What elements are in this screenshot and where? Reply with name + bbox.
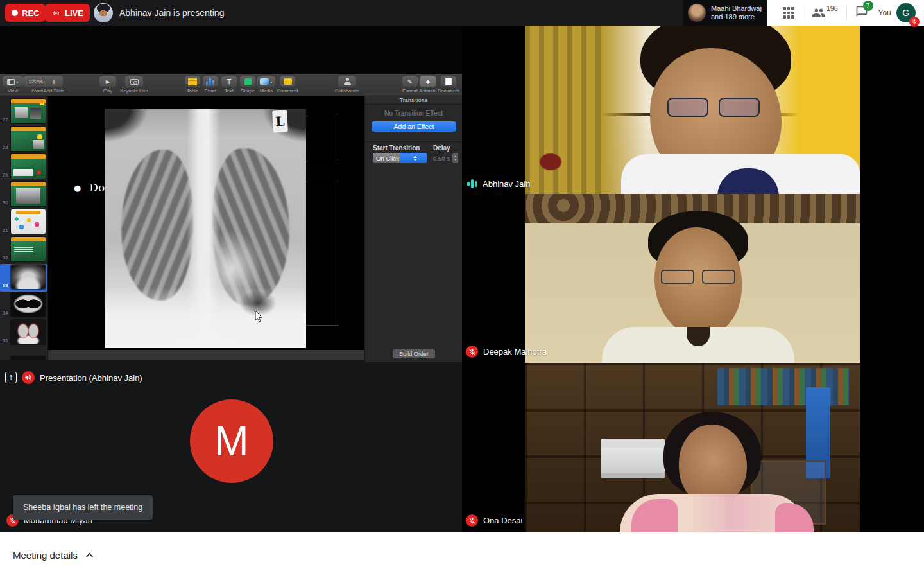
pinned-participants-text: Maahi Bhardwaj and 189 more xyxy=(711,4,762,21)
chest-xray-image: L xyxy=(105,109,306,348)
delay-stepper[interactable] xyxy=(452,153,458,163)
equalizer-icon xyxy=(467,179,477,189)
cursor-icon xyxy=(255,310,263,322)
participant-video xyxy=(661,270,694,284)
slide-canvas[interactable]: ● Dou L xyxy=(48,96,364,362)
chart-button[interactable]: Chart xyxy=(201,76,219,94)
build-order-button[interactable]: Build Order xyxy=(393,349,435,358)
participant-video xyxy=(702,270,735,284)
select-stepper-icon xyxy=(400,153,427,163)
self-initial: G xyxy=(902,8,909,18)
add-effect-button[interactable]: Add an Effect xyxy=(372,121,456,132)
mic-muted-chip xyxy=(466,514,478,527)
meet-app: REC LIVE Abhinav Jain is presenting Maah… xyxy=(0,0,924,578)
name-label-deepak: Deepak Malhotra xyxy=(466,346,547,358)
slide-thumbnail-row[interactable]: 32 xyxy=(0,236,47,264)
mic-muted-chip xyxy=(466,346,478,358)
slide-thumbnail-row[interactable]: 31 xyxy=(0,209,47,236)
collaborate-button[interactable]: Collaborate xyxy=(332,76,362,94)
slide-thumbnail[interactable] xyxy=(11,292,46,317)
bottom-bar: Meeting details CC Turn on captions ↑ Ab… xyxy=(0,532,924,578)
shape-button[interactable]: Shape xyxy=(238,76,257,94)
chevron-up-icon xyxy=(85,552,94,558)
rec-label: REC xyxy=(22,8,39,18)
video-tile-deepak[interactable] xyxy=(525,194,860,363)
self-muted-badge xyxy=(909,17,920,27)
slide-thumbnail-row[interactable]: 30 xyxy=(0,181,47,209)
volume-off-icon xyxy=(24,374,32,381)
top-bar: REC LIVE Abhinav Jain is presenting Maah… xyxy=(0,0,924,26)
presentation-tile[interactable]: ▾ View 122%▾ Zoom + Add Slide ▶ Play Key… xyxy=(0,26,462,360)
chat-badge: 7 xyxy=(863,1,873,11)
participant-video xyxy=(667,98,708,117)
add-slide-button[interactable]: + Add Slide xyxy=(40,76,68,94)
format-icon: ✎ xyxy=(407,78,413,85)
shape-icon xyxy=(244,78,252,85)
slide-thumbnail[interactable] xyxy=(11,237,46,261)
start-transition-select[interactable]: On Click xyxy=(373,153,427,163)
name-label-ona: Ona Desai xyxy=(466,514,522,527)
text-button[interactable]: T Text xyxy=(220,76,238,94)
animate-button[interactable]: ◆ Animate xyxy=(418,76,438,94)
keynote-live-button[interactable]: Keynote Live xyxy=(119,76,149,94)
slide-thumbnail[interactable] xyxy=(11,182,46,206)
slide-thumbnail-row[interactable]: 28 xyxy=(0,126,47,153)
presenting-banner: Abhinav Jain is presenting xyxy=(119,8,224,18)
record-dot-icon xyxy=(12,10,18,16)
present-arrow-icon: ↑ xyxy=(5,372,17,383)
divider xyxy=(803,6,803,20)
play-button[interactable]: ▶ Play xyxy=(96,76,119,94)
slide-thumbnail-row[interactable]: 27 xyxy=(0,98,47,126)
participants-icon xyxy=(812,6,826,20)
mic-muted-icon xyxy=(911,19,918,25)
toast-notification: Sheeba Iqbal has left the meeting xyxy=(13,495,153,520)
slide-thumbnail[interactable] xyxy=(11,265,46,289)
comment-button[interactable]: Comment xyxy=(276,76,299,94)
chat-button[interactable]: 7 xyxy=(855,5,868,21)
document-button[interactable]: Document xyxy=(437,76,460,94)
slide-thumbnail-row[interactable]: 29 xyxy=(0,153,47,181)
name-label-abhinav: Abhinav Jain xyxy=(467,179,530,189)
view-button[interactable]: ▾ View xyxy=(3,76,23,94)
play-icon: ▶ xyxy=(106,79,110,85)
slide-thumbnail-row[interactable]: 35 xyxy=(0,319,47,347)
mic-muted-icon xyxy=(468,348,476,356)
no-transition-text: No Transition Effect xyxy=(365,109,462,117)
document-icon xyxy=(445,78,452,85)
table-button[interactable]: Table xyxy=(184,76,201,94)
media-button[interactable]: ▾ Media xyxy=(257,76,276,94)
video-tile-ona[interactable] xyxy=(525,363,860,532)
transitions-title: Transitions xyxy=(365,96,462,105)
participant-video xyxy=(601,439,665,478)
delay-value: 0.50 s xyxy=(433,155,450,162)
recording-badge: REC xyxy=(5,4,46,22)
slide-thumbnail[interactable] xyxy=(11,320,46,344)
grid-view-icon[interactable] xyxy=(783,7,794,19)
slide-thumbnail-row[interactable]: 34 xyxy=(0,292,47,319)
view-icon xyxy=(7,79,15,85)
start-transition-label: Start Transition xyxy=(373,144,420,152)
meeting-details-button[interactable]: Meeting details xyxy=(13,532,94,578)
video-tile-abhinav[interactable] xyxy=(525,26,860,194)
mic-muted-icon xyxy=(468,517,476,525)
presentation-tile-label: ↑ Presentation (Abhinav Jain) xyxy=(5,371,142,384)
avatar: M xyxy=(190,399,273,483)
slide-thumbnail[interactable] xyxy=(11,209,46,234)
media-icon xyxy=(260,78,269,85)
xray-diaphragm xyxy=(105,287,306,348)
comment-icon xyxy=(284,78,292,85)
participant-video xyxy=(719,98,760,117)
chart-icon xyxy=(206,78,215,85)
participant-count: 196 xyxy=(826,4,838,12)
format-button[interactable]: ✎ Format xyxy=(400,76,420,94)
slide-thumbnail[interactable] xyxy=(11,127,46,151)
live-label: LIVE xyxy=(65,8,83,18)
you-label: You xyxy=(878,8,891,17)
slide-thumbnail-row-selected[interactable]: 33 xyxy=(0,264,47,292)
slide-thumbnail[interactable] xyxy=(11,99,46,123)
presenter-avatar xyxy=(94,3,113,22)
participants-button[interactable]: 196 xyxy=(812,6,838,20)
self-avatar[interactable]: G xyxy=(896,3,916,22)
pinned-participants-chip[interactable]: Maahi Bhardwaj and 189 more xyxy=(683,0,767,26)
slide-thumbnail[interactable] xyxy=(11,154,46,179)
